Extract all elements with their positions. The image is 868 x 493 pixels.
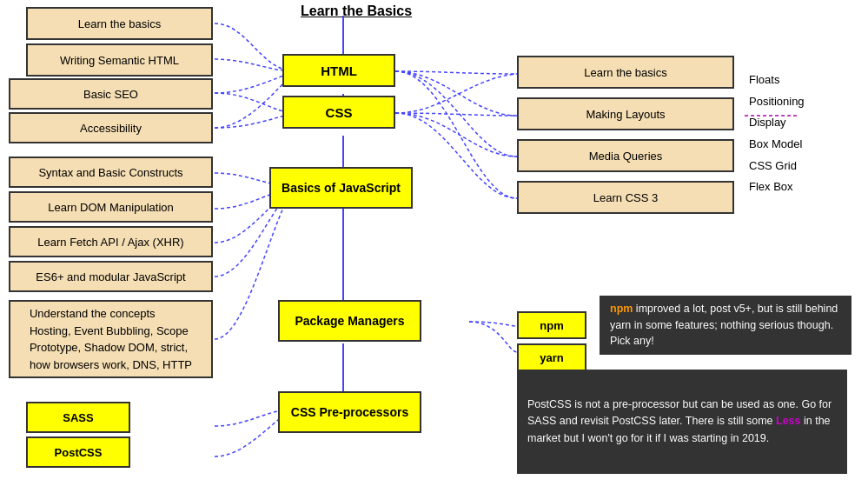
node-css: CSS: [282, 96, 395, 129]
left-node-dom: Learn DOM Manipulation: [9, 191, 213, 223]
left-node-understand: Understand the concepts Hosting, Event B…: [9, 300, 213, 378]
left-node-learn-basics: Learn the basics: [26, 7, 213, 40]
node-css-preprocessors: CSS Pre-processors: [278, 391, 421, 433]
node-package-managers: Package Managers: [278, 300, 421, 342]
right-node-making-layouts: Making Layouts: [517, 97, 734, 130]
left-node-fetch: Learn Fetch API / Ajax (XHR): [9, 226, 213, 257]
node-yarn: yarn: [517, 343, 586, 371]
far-right-css-topics: Floats Positioning Display Box Model CSS…: [749, 70, 805, 198]
npm-note: npm improved a lot, post v5+, but is sti…: [600, 296, 851, 355]
node-html: HTML: [282, 54, 395, 87]
left-node-basic-seo: Basic SEO: [9, 78, 213, 110]
left-node-writing-semantic: Writing Semantic HTML: [26, 43, 213, 77]
page-title: Learn the Basics: [269, 3, 443, 19]
left-node-postcss: PostCSS: [26, 436, 130, 468]
right-node-learn-basics: Learn the basics: [517, 56, 734, 89]
canvas: Learn the Basics: [0, 0, 868, 493]
css-preprocessors-note: PostCSS is not a pre-processor but can b…: [517, 370, 847, 474]
left-node-accessibility: Accessibility: [9, 112, 213, 143]
left-node-syntax: Syntax and Basic Constructs: [9, 157, 213, 188]
node-js: Basics of JavaScript: [269, 167, 413, 209]
left-node-es6: ES6+ and modular JavaScript: [9, 261, 213, 292]
node-npm: npm: [517, 311, 586, 339]
right-node-media-queries: Media Queries: [517, 139, 734, 172]
left-node-sass: SASS: [26, 402, 130, 433]
right-node-css3: Learn CSS 3: [517, 181, 734, 214]
